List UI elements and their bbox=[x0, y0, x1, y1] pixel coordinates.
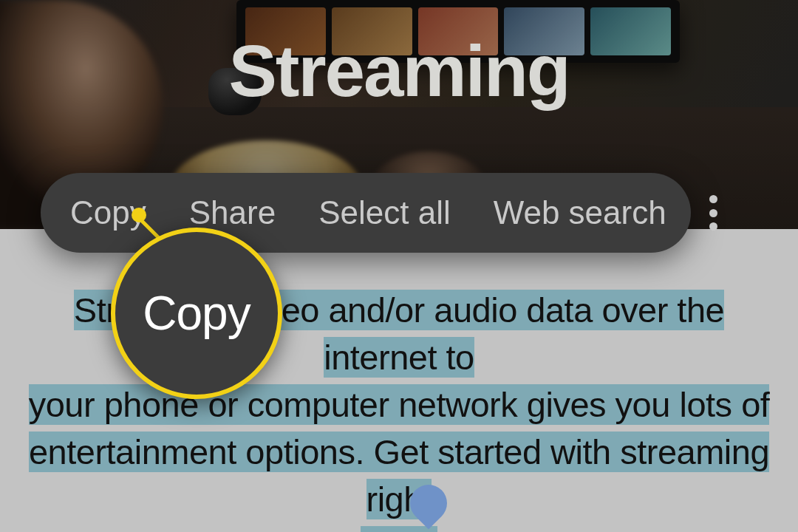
copy-callout-magnifier: Copy bbox=[111, 228, 282, 399]
selected-text-line: entertainment options. Get started with … bbox=[29, 432, 769, 519]
callout-label: Copy bbox=[143, 286, 250, 341]
callout-anchor-dot bbox=[132, 208, 146, 222]
page-title: Streaming bbox=[0, 30, 798, 113]
page-root: Streaming Copy Share Select all Web sear… bbox=[0, 0, 798, 532]
more-vertical-icon bbox=[709, 209, 717, 217]
share-button[interactable]: Share bbox=[189, 194, 276, 231]
more-vertical-icon bbox=[709, 195, 717, 203]
web-search-button[interactable]: Web search bbox=[494, 194, 666, 231]
select-all-button[interactable]: Select all bbox=[318, 194, 451, 231]
more-options-button[interactable] bbox=[709, 191, 717, 235]
selected-text-line: your phone or computer network gives you… bbox=[29, 384, 770, 425]
more-vertical-icon bbox=[709, 222, 717, 231]
